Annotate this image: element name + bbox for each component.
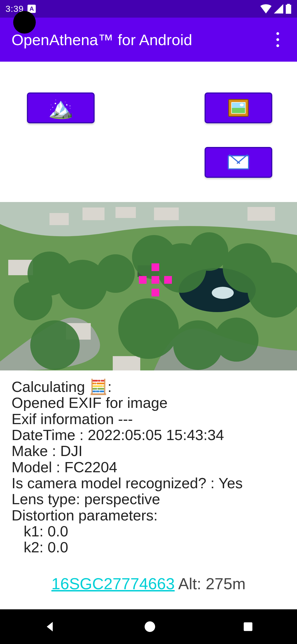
- svg-point-22: [118, 298, 179, 359]
- result-location-line: 16SGC27774663 Alt: 275m: [0, 574, 297, 593]
- load-image-button[interactable]: [205, 92, 272, 123]
- exif-line: k2: 0.0: [12, 539, 285, 555]
- nav-back-icon[interactable]: [43, 620, 57, 634]
- svg-point-24: [215, 318, 258, 362]
- android-nav-bar: [0, 609, 297, 644]
- cell-signal-icon: [274, 4, 283, 13]
- svg-rect-5: [82, 208, 105, 220]
- android-status-bar: 3:39 A: [0, 0, 297, 18]
- drone-image-preview[interactable]: [0, 202, 297, 370]
- aerial-scene: [0, 202, 297, 370]
- svg-point-25: [145, 621, 155, 632]
- exif-line: k1: 0.0: [12, 523, 285, 539]
- send-button[interactable]: [205, 147, 272, 178]
- envelope-icon: [228, 155, 249, 170]
- exif-output: Calculating 🧮: Opened EXIF for image Exi…: [0, 370, 297, 558]
- nav-recent-icon[interactable]: [242, 621, 254, 632]
- overflow-menu-button[interactable]: [270, 31, 286, 48]
- battery-icon: [285, 4, 292, 14]
- app-title: OpenAthena™ for Android: [12, 31, 192, 49]
- svg-rect-10: [113, 356, 140, 370]
- svg-point-2: [212, 287, 234, 299]
- exif-line: k3: 0.0: [12, 555, 285, 558]
- exif-line: Is camera model recognized? : Yes: [12, 475, 285, 491]
- exif-line: Model : FC2204: [12, 459, 285, 475]
- mgrs-link[interactable]: 16SGC27774663: [51, 575, 175, 593]
- exif-line: Exif information ---: [12, 411, 285, 427]
- svg-rect-7: [154, 208, 179, 220]
- exif-line: Calculating 🧮:: [12, 379, 285, 395]
- svg-point-21: [30, 320, 80, 370]
- exif-line: Lens type: perspective: [12, 491, 285, 507]
- framed-picture-icon: [228, 99, 249, 117]
- svg-rect-26: [244, 622, 253, 631]
- status-right-icons: [260, 4, 292, 14]
- exif-line: Make : DJI: [12, 443, 285, 459]
- svg-rect-8: [248, 207, 275, 221]
- camera-cutout: [13, 11, 36, 34]
- exif-line: DateTime : 2022:05:05 15:43:34: [12, 427, 285, 443]
- wifi-icon: [260, 4, 272, 13]
- svg-point-17: [190, 232, 228, 271]
- svg-rect-6: [116, 207, 136, 218]
- nav-home-icon[interactable]: [144, 620, 156, 633]
- app-bar: OpenAthena™ for Android: [0, 18, 297, 62]
- svg-point-14: [96, 254, 135, 293]
- action-button-area: 🏔️: [0, 62, 297, 202]
- svg-point-20: [14, 282, 52, 320]
- exif-line: Opened EXIF for image: [12, 395, 285, 411]
- load-dem-button[interactable]: 🏔️: [27, 92, 95, 123]
- svg-rect-4: [50, 213, 69, 225]
- more-vert-icon: [276, 38, 279, 41]
- exif-line: Distortion parameters:: [12, 507, 285, 523]
- altitude-label: Alt: 275m: [175, 575, 246, 593]
- mountain-icon: 🏔️: [48, 98, 73, 118]
